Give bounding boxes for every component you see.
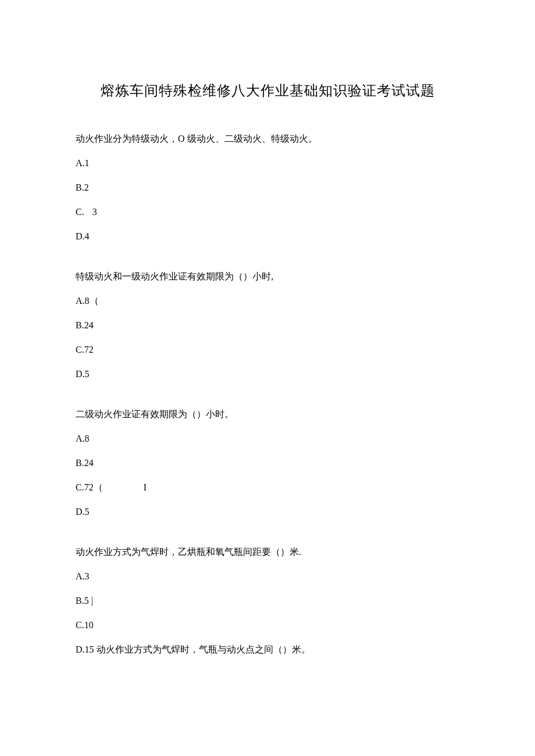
- option-d: D.4: [76, 230, 459, 243]
- question-4: 动火作业方式为气焊时，乙烘瓶和氧气瓶间距要（）米. A.3 B.5 | C.10…: [76, 545, 459, 657]
- extra-mark: I: [144, 481, 147, 495]
- option-d: D.5: [76, 367, 459, 381]
- question-2: 特级动火和一级动火作业证有效期限为（）小时, A.8（ B.24 C.72 D.…: [76, 270, 459, 381]
- option-b: B.24: [76, 318, 459, 332]
- question-1: 动火作业分为特级动火，O 级动火、二级动火、特级动火。 A.1 B.2 C. 3…: [76, 132, 459, 243]
- question-text: 二级动火作业证有效期限为（）小时。: [76, 407, 459, 421]
- option-c: C.72（I: [76, 481, 459, 495]
- option-d: D.15 动火作业方式为气焊时，气瓶与动火点之间（）米。: [76, 643, 459, 657]
- question-text: 特级动火和一级动火作业证有效期限为（）小时,: [76, 270, 459, 284]
- question-3: 二级动火作业证有效期限为（）小时。 A.8 B.24 C.72（I D.5: [76, 407, 459, 519]
- option-a: A.3: [76, 569, 459, 583]
- question-text: 动火作业方式为气焊时，乙烘瓶和氧气瓶间距要（）米.: [76, 545, 459, 559]
- option-a: A.8: [76, 432, 459, 446]
- option-b: B.24: [76, 456, 459, 470]
- option-d: D.5: [76, 505, 459, 519]
- option-a: A.1: [76, 156, 459, 170]
- option-c: C.72: [76, 343, 459, 357]
- option-b: B.5 |: [76, 594, 459, 608]
- option-c-text: C.72（: [76, 482, 103, 492]
- page-title: 熔炼车间特殊检维修八大作业基础知识验证考试试题: [76, 81, 459, 100]
- option-b: B.2: [76, 181, 459, 195]
- option-a: A.8（: [76, 294, 459, 308]
- option-c: C.10: [76, 618, 459, 632]
- option-c: C. 3: [76, 205, 459, 219]
- question-text: 动火作业分为特级动火，O 级动火、二级动火、特级动火。: [76, 132, 459, 146]
